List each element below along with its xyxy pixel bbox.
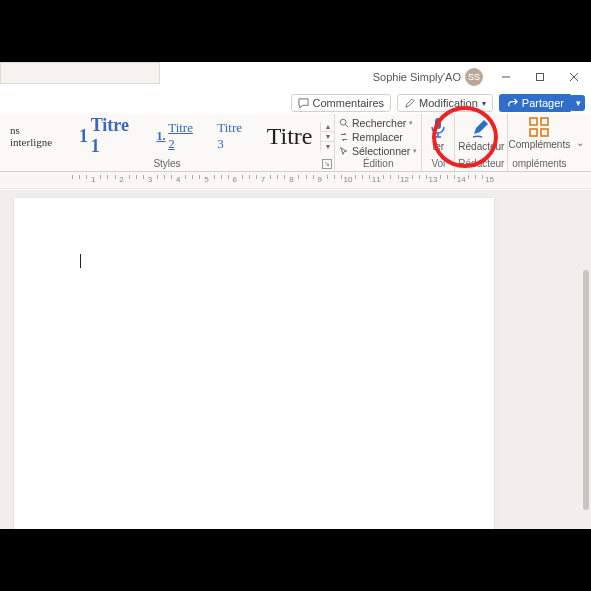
comments-button[interactable]: Commentaires xyxy=(291,94,392,112)
avatar: SS xyxy=(465,68,483,86)
cursor-icon xyxy=(339,146,349,156)
editor-icon xyxy=(470,117,492,139)
maximize-button[interactable] xyxy=(525,63,555,91)
chevron-down-icon: ▾ xyxy=(482,99,486,108)
styles-scroll-up[interactable]: ▴ xyxy=(321,122,334,132)
style-title[interactable]: Titre xyxy=(259,114,321,158)
styles-group: ns interligne 1 Titre 1 1. Titre 2 Titre… xyxy=(0,114,335,171)
share-icon xyxy=(507,98,518,109)
ribbon: ns interligne 1 Titre 1 1. Titre 2 Titre… xyxy=(0,114,591,172)
user-account[interactable]: Sophie Simply'AO SS xyxy=(373,68,483,86)
vertical-scrollbar[interactable] xyxy=(579,190,591,529)
svg-rect-7 xyxy=(530,118,537,125)
replace-icon xyxy=(339,132,349,142)
search-icon xyxy=(339,118,349,128)
page[interactable] xyxy=(14,198,494,529)
style-heading-3[interactable]: Titre 3 xyxy=(209,114,258,158)
select-button[interactable]: Sélectionner ▾ xyxy=(339,144,417,158)
editing-group-label: Édition xyxy=(339,158,417,171)
svg-point-4 xyxy=(340,119,346,125)
svg-line-5 xyxy=(346,125,349,128)
pencil-icon xyxy=(404,98,415,109)
editor-button[interactable]: Rédacteur Rédacteur xyxy=(455,114,507,171)
chevron-down-icon: ▾ xyxy=(409,119,413,127)
svg-rect-10 xyxy=(541,129,548,136)
addins-icon xyxy=(529,117,549,137)
text-cursor xyxy=(80,254,81,268)
quick-access-strip xyxy=(0,62,160,84)
horizontal-ruler[interactable]: 123456789101112131415 xyxy=(0,172,591,189)
chevron-down-icon: ▾ xyxy=(413,147,417,155)
style-heading-2[interactable]: 1. Titre 2 xyxy=(148,114,209,158)
dictate-button[interactable]: ter Voi xyxy=(422,114,454,171)
svg-rect-1 xyxy=(537,74,544,81)
addins-button[interactable]: Compléments ompléments xyxy=(508,114,570,171)
document-area xyxy=(0,190,591,529)
editing-group: Rechercher ▾ Remplacer Sélectionner ▾ Éd… xyxy=(335,114,422,171)
user-name: Sophie Simply'AO xyxy=(373,71,461,83)
collapse-ribbon[interactable]: ⌄ xyxy=(570,114,590,171)
svg-rect-8 xyxy=(541,118,548,125)
replace-button[interactable]: Remplacer xyxy=(339,130,417,144)
share-dropdown[interactable]: ▾ xyxy=(572,95,585,111)
share-button[interactable]: Partager xyxy=(499,94,572,112)
styles-group-label: Styles ↘ xyxy=(0,158,334,171)
microphone-icon xyxy=(429,117,447,139)
close-button[interactable] xyxy=(559,63,589,91)
editing-mode-button[interactable]: Modification ▾ xyxy=(397,94,493,112)
minimize-button[interactable] xyxy=(491,63,521,91)
style-no-spacing[interactable]: ns interligne xyxy=(2,114,71,158)
styles-scroll-down[interactable]: ▾ xyxy=(321,132,334,142)
scrollbar-thumb[interactable] xyxy=(583,270,589,510)
styles-expand[interactable]: ▾ xyxy=(321,142,334,151)
find-button[interactable]: Rechercher ▾ xyxy=(339,116,417,130)
action-bar: Commentaires Modification ▾ Partager ▾ xyxy=(0,92,591,114)
styles-dialog-launcher[interactable]: ↘ xyxy=(322,159,332,169)
styles-scroll: ▴ ▾ ▾ xyxy=(320,122,334,151)
svg-rect-9 xyxy=(530,129,537,136)
comment-icon xyxy=(298,98,309,109)
style-heading-1[interactable]: 1 Titre 1 xyxy=(71,114,149,158)
svg-rect-6 xyxy=(435,118,441,129)
